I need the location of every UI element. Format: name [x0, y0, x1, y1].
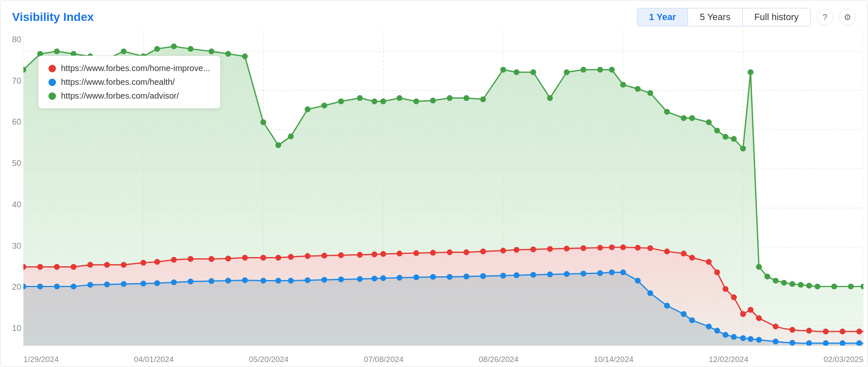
svg-point-74	[806, 283, 812, 288]
y-axis-labels: 80 70 60 50 40 30 20 10	[4, 31, 21, 346]
time-btn-fullhistory[interactable]: Full history	[743, 8, 810, 26]
y-label-40: 40	[4, 200, 21, 209]
legend-item-health: https://www.forbes.com/health/	[48, 77, 210, 87]
svg-point-97	[321, 253, 327, 259]
svg-point-115	[609, 245, 615, 250]
time-btn-1year[interactable]: 1 Year	[637, 8, 688, 26]
svg-point-178	[706, 324, 712, 329]
svg-point-37	[321, 103, 327, 109]
y-label-80: 80	[4, 35, 21, 44]
x-label-3: 07/08/2024	[364, 355, 404, 364]
svg-point-25	[121, 48, 127, 54]
svg-point-155	[357, 276, 363, 282]
svg-point-132	[823, 329, 829, 334]
svg-point-28	[171, 43, 177, 49]
x-label-6: 12/02/2024	[709, 355, 749, 364]
svg-point-150	[275, 278, 281, 283]
svg-point-38	[338, 99, 344, 104]
y-label-70: 70	[4, 76, 21, 86]
svg-point-93	[260, 255, 266, 261]
svg-point-156	[371, 275, 377, 281]
svg-point-90	[208, 256, 214, 262]
svg-point-63	[714, 127, 720, 133]
svg-point-87	[154, 259, 160, 265]
svg-point-164	[500, 273, 506, 278]
svg-point-95	[288, 254, 294, 260]
svg-point-46	[464, 95, 470, 101]
svg-point-181	[731, 334, 737, 340]
chart-area: 80 70 60 50 40 30 20 10	[0, 31, 868, 346]
svg-point-141	[121, 281, 127, 287]
svg-point-120	[681, 251, 687, 257]
svg-point-80	[37, 264, 43, 270]
svg-point-76	[831, 283, 837, 289]
svg-point-137	[54, 283, 60, 289]
svg-point-123	[714, 269, 720, 275]
y-label-10: 10	[4, 324, 21, 333]
x-label-0: 1/29/2024	[23, 355, 59, 364]
help-button[interactable]: ?	[817, 9, 833, 25]
svg-point-85	[121, 262, 127, 268]
x-label-1: 04/01/2024	[134, 355, 174, 364]
svg-point-177	[689, 317, 695, 323]
x-axis-labels: 1/29/2024 04/01/2024 05/20/2024 07/08/20…	[23, 355, 863, 364]
svg-point-180	[723, 332, 728, 338]
svg-point-84	[104, 262, 110, 268]
svg-point-163	[480, 273, 486, 279]
chart-legend: https://www.forbes.com/home-improve... h…	[38, 56, 221, 109]
svg-point-110	[530, 247, 536, 252]
svg-point-57	[635, 86, 641, 92]
svg-point-104	[430, 250, 436, 256]
svg-point-145	[188, 278, 193, 284]
svg-point-59	[664, 109, 670, 115]
svg-point-146	[208, 278, 214, 284]
svg-point-107	[480, 249, 486, 255]
y-label-30: 30	[4, 241, 21, 251]
svg-point-168	[564, 271, 570, 277]
svg-point-126	[740, 311, 746, 317]
svg-point-121	[689, 255, 695, 261]
y-label-50: 50	[4, 158, 21, 168]
svg-point-173	[635, 278, 641, 283]
chart-container: Visibility Index 1 Year 5 Years Full his…	[0, 0, 868, 367]
svg-point-184	[756, 337, 762, 343]
svg-point-128	[756, 315, 762, 321]
svg-point-166	[530, 272, 536, 278]
svg-point-43	[413, 99, 419, 104]
svg-point-92	[242, 255, 248, 261]
chart-title: Visibility Index	[12, 10, 94, 24]
svg-point-117	[635, 245, 641, 251]
x-label-4: 08/26/2024	[479, 355, 518, 364]
svg-point-36	[305, 107, 310, 112]
time-btn-5years[interactable]: 5 Years	[688, 8, 742, 26]
svg-point-102	[396, 251, 402, 257]
x-label-5: 10/14/2024	[594, 355, 633, 364]
svg-point-55	[609, 67, 615, 73]
svg-point-129	[773, 324, 779, 329]
svg-point-157	[380, 275, 386, 281]
svg-point-56	[620, 82, 626, 88]
svg-point-31	[225, 51, 231, 57]
svg-point-169	[581, 270, 586, 276]
svg-point-149	[260, 278, 266, 283]
svg-point-62	[706, 119, 712, 125]
svg-point-167	[547, 271, 553, 277]
svg-point-113	[581, 245, 586, 251]
svg-point-50	[530, 69, 536, 75]
svg-point-98	[338, 252, 344, 258]
svg-point-41	[380, 99, 386, 104]
svg-point-30	[208, 48, 214, 54]
svg-point-108	[500, 248, 506, 254]
x-label-2: 05/20/2024	[249, 355, 289, 364]
svg-point-140	[104, 281, 110, 287]
svg-point-106	[464, 250, 470, 255]
svg-point-64	[723, 134, 728, 140]
svg-point-116	[620, 245, 626, 250]
svg-point-161	[447, 274, 453, 280]
svg-point-151	[288, 278, 294, 283]
svg-point-39	[357, 95, 363, 101]
settings-button[interactable]: ⚙	[839, 9, 856, 25]
svg-point-83	[87, 262, 93, 268]
svg-point-101	[380, 251, 386, 257]
svg-point-73	[798, 282, 804, 288]
